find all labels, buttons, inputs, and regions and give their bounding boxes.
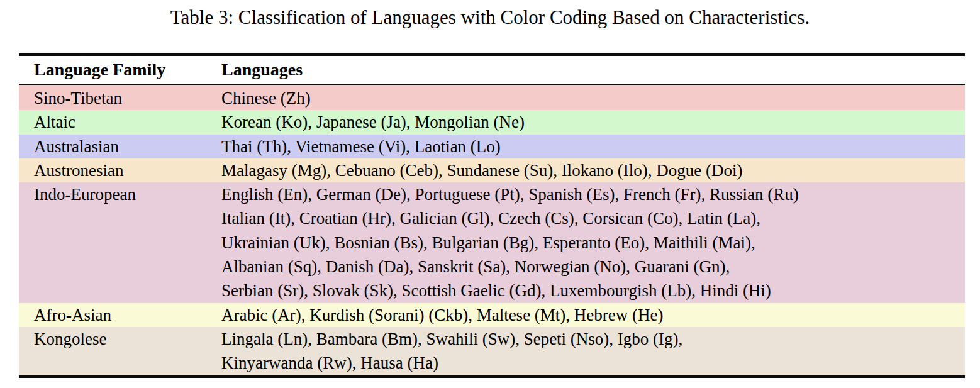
table-body: Sino-TibetanChinese (Zh)AltaicKorean (Ko… bbox=[19, 84, 965, 377]
family-cell: Altaic bbox=[19, 110, 221, 134]
family-cell: Afro-Asian bbox=[19, 303, 221, 327]
languages-cell: Arabic (Ar), Kurdish (Sorani) (Ckb), Mal… bbox=[221, 303, 965, 327]
table-row: Sino-TibetanChinese (Zh) bbox=[19, 84, 965, 110]
table-row: KongoleseLingala (Ln), Bambara (Bm), Swa… bbox=[19, 327, 965, 377]
languages-cell: Lingala (Ln), Bambara (Bm), Swahili (Sw)… bbox=[221, 327, 965, 377]
table-row: AustronesianMalagasy (Mg), Cebuano (Ceb)… bbox=[19, 158, 965, 182]
language-table-container: Language Family Languages Sino-TibetanCh… bbox=[19, 53, 965, 378]
languages-cell: Malagasy (Mg), Cebuano (Ceb), Sundanese … bbox=[221, 158, 965, 182]
table-header: Language Family Languages bbox=[19, 55, 965, 84]
table-row: Indo-EuropeanEnglish (En), German (De), … bbox=[19, 182, 965, 302]
languages-cell: Korean (Ko), Japanese (Ja), Mongolian (N… bbox=[221, 110, 965, 134]
family-cell: Sino-Tibetan bbox=[19, 84, 221, 110]
table-caption: Table 3: Classification of Languages wit… bbox=[0, 5, 980, 30]
languages-cell: Thai (Th), Vietnamese (Vi), Laotian (Lo) bbox=[221, 135, 965, 158]
header-language-family: Language Family bbox=[19, 55, 221, 84]
languages-cell: Chinese (Zh) bbox=[221, 84, 965, 110]
family-cell: Austronesian bbox=[19, 158, 221, 182]
header-languages: Languages bbox=[221, 55, 965, 84]
family-cell: Kongolese bbox=[19, 327, 221, 377]
paper-page: Table 3: Classification of Languages wit… bbox=[0, 0, 980, 388]
table-row: Afro-AsianArabic (Ar), Kurdish (Sorani) … bbox=[19, 303, 965, 327]
language-classification-table: Language Family Languages Sino-TibetanCh… bbox=[19, 53, 965, 378]
family-cell: Australasian bbox=[19, 135, 221, 158]
table-row: AltaicKorean (Ko), Japanese (Ja), Mongol… bbox=[19, 110, 965, 134]
header-row: Language Family Languages bbox=[19, 55, 965, 84]
table-row: AustralasianThai (Th), Vietnamese (Vi), … bbox=[19, 135, 965, 158]
family-cell: Indo-European bbox=[19, 182, 221, 302]
languages-cell: English (En), German (De), Portuguese (P… bbox=[221, 182, 965, 302]
